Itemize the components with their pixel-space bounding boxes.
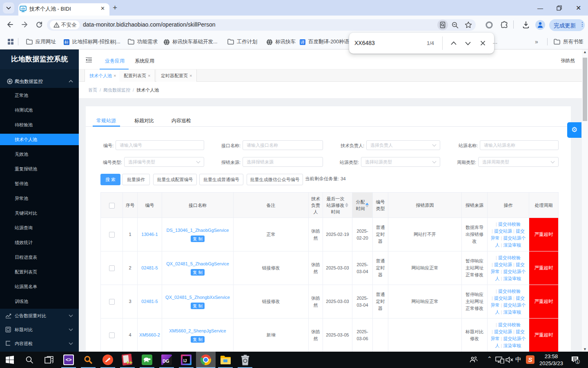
svg-text:1: 1 [577,360,579,364]
svg-text:标: 标 [64,40,69,45]
svg-text:译: 译 [300,40,305,45]
